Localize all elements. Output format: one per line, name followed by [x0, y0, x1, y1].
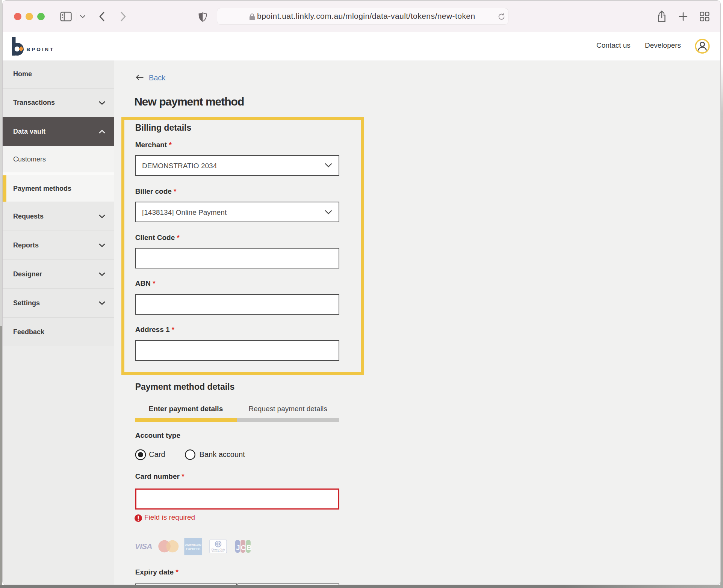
- svg-text:Diners Club: Diners Club: [212, 548, 225, 551]
- svg-text:INTERNATIONAL: INTERNATIONAL: [212, 551, 225, 553]
- svg-text:VISA: VISA: [135, 542, 152, 550]
- svg-text:BPOINT: BPOINT: [27, 47, 55, 52]
- svg-text:EXPRESS: EXPRESS: [186, 547, 201, 551]
- svg-text:AMERICAN: AMERICAN: [185, 543, 201, 547]
- svg-text:JCB: JCB: [236, 544, 253, 552]
